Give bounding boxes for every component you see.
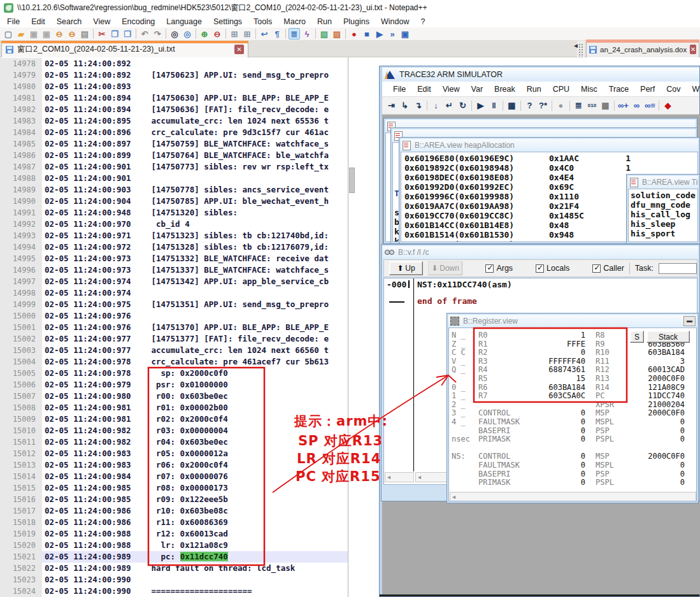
indent-guide-icon[interactable]: ≣ [289,28,300,40]
register-row[interactable]: BASEPRI0PSP0 [478,427,689,436]
register-row[interactable]: CONTROL0MSP2000C0F0 [478,452,689,461]
doc-switcher-icon[interactable]: ▨ [331,28,343,40]
frame-up-button[interactable]: ⬆ Up [389,261,423,275]
locals-checkbox[interactable]: Locals [536,264,569,273]
register-row[interactable]: R3FFFFFF40R113 [478,357,689,366]
redo-icon[interactable]: ↷ [152,28,163,40]
watch-icon[interactable]: ∞ [631,99,643,111]
register-row[interactable]: R6603BA184R14121A08C9 [478,384,689,392]
minimize-icon[interactable]: ▬ [683,316,696,326]
register-row[interactable]: PRIMASK0PSPL0 [478,478,689,487]
doc-map-icon[interactable]: ▧ [318,28,330,40]
area-item[interactable]: his_call_log [629,210,697,219]
heap-row[interactable]: 0x6019892C(0x60198948)0x4C01 [401,163,697,173]
args-checkbox[interactable]: Args [485,264,513,273]
trace32-menu-trace[interactable]: Trace [603,83,635,95]
save-icon[interactable]: ▣ [28,28,39,40]
register-row[interactable]: R20R10603BA184 [478,349,689,357]
print-icon[interactable]: ▤ [79,28,90,40]
macro-save-icon[interactable]: ▣ [399,28,411,40]
editor-scrollbar-strip[interactable] [348,57,380,597]
register-row[interactable]: FAULTMASK0MSPL0 [478,461,689,470]
register-row[interactable]: PRIMASK0PSPL0 [478,435,689,444]
register-row[interactable]: R515R132000C0F0 [478,375,689,384]
menu-language[interactable]: Language [161,17,208,27]
debug-devil-icon[interactable]: ◆ [662,99,674,111]
trace32-menu-window[interactable]: Window [686,83,700,95]
register-row[interactable]: R468874361R1260013CAD [478,366,689,375]
step-icon[interactable]: ⇥ [385,99,397,111]
dump-icon[interactable]: 010 [586,99,598,111]
caller-checkbox[interactable]: Caller [592,264,624,273]
stop-icon[interactable]: ● [555,99,567,111]
trace32-menu-perf[interactable]: Perf [634,83,661,95]
stack-button[interactable]: Stack [646,331,690,343]
function-list-icon[interactable]: ϟ [301,28,313,40]
area-item[interactable]: his_sport [629,229,697,238]
list-icon[interactable]: ≣ [573,99,585,111]
macro-run-multi-icon[interactable]: » [387,28,398,40]
paste-icon[interactable]: ❒ [122,28,133,40]
heap-row[interactable]: 0x60196E80(0x60196E9C)0x1AAC1 [401,154,697,163]
new-file-icon[interactable]: ▢ [3,28,14,40]
area-tim-window[interactable]: B::AREA.view Tim solution_codedfu_mng_co… [626,174,700,244]
register-row[interactable]: CONTROL0MSP2000C0F0 [478,409,689,418]
trace32-menu-var[interactable]: Var [466,83,489,95]
area-item[interactable]: his_sleep [629,219,697,229]
close-tab-icon[interactable]: ✕ [690,45,696,54]
cut-icon[interactable]: ✂ [96,28,108,40]
vf-window-titlebar[interactable]: B::v.f /l /c [383,246,698,259]
go-down-icon[interactable]: ↓ [430,99,442,111]
frame-down-button[interactable]: ⬇ Down [428,261,463,275]
trace32-menu-cov[interactable]: Cov [661,83,686,95]
menu-tools[interactable]: Tools [248,17,278,27]
register-row[interactable]: BASEPRI0PSP0 [478,470,689,479]
trace32-menu-view[interactable]: View [437,83,466,95]
trace32-menu-misc[interactable]: Misc [575,83,603,95]
trace32-menu-file[interactable]: File [387,83,411,95]
find-icon[interactable]: ◎ [169,28,180,40]
menu-help[interactable]: ? [415,17,431,27]
menu-view[interactable]: View [87,17,116,27]
area-item[interactable]: solution_code [629,191,697,200]
register-row[interactable] [478,444,689,453]
sync-scroll-v-icon[interactable]: ⊞ [229,28,240,40]
register-row[interactable]: FAULTMASK0MSPL0 [478,418,689,427]
menu-plugins[interactable]: Plugins [338,17,375,27]
menu-run[interactable]: Run [311,17,338,27]
mode-icon[interactable]: ▦ [506,99,518,111]
register-window[interactable]: B::Register.view ▬ N _Z _C CV _Q _0 _1 _… [446,313,699,503]
register-row[interactable]: XPSR21000204 [478,401,689,410]
step-over-icon[interactable]: ↳ [399,99,411,111]
s-button[interactable]: S [630,331,644,343]
go-return-icon[interactable]: ↵ [443,99,455,111]
menu-edit[interactable]: Edit [25,17,51,27]
step-diverge-icon[interactable]: ↴ [412,99,424,111]
trace32-titlebar[interactable]: TRACE32 ARM SIMULATOR [382,68,699,82]
replace-icon[interactable]: ◎ [182,28,193,40]
tim-window-titlebar[interactable]: B::AREA.view Tim [628,176,698,189]
area-item[interactable]: dfu_mng_code [629,200,697,210]
zoom-out-icon[interactable]: ⊖ [211,28,223,40]
scrollbar-thumb[interactable] [349,168,355,193]
watch-list-icon[interactable]: ∞≡ [644,99,656,111]
copy-icon[interactable]: ❐ [109,28,120,40]
save-all-icon[interactable]: ▣ [41,28,52,40]
task-input[interactable] [659,263,697,274]
show-symbols-icon[interactable]: ¶ [271,28,283,40]
register-row[interactable]: R7603C5A0CPC11DCC740 [478,392,689,401]
register-window-titlebar[interactable]: B::Register.view ▬ [448,315,697,327]
menu-macro[interactable]: Macro [278,17,311,27]
go-up-icon[interactable]: ↻ [457,99,469,111]
context-help-icon[interactable]: ?* [537,99,549,111]
break-pause-icon[interactable]: ‖ [488,99,500,111]
macro-record-icon[interactable]: ● [348,28,360,40]
macro-play-icon[interactable]: ▶ [374,28,385,40]
heap-window-titlebar[interactable]: B::AREA.view heapAllocation [401,139,698,152]
tab-crash-analysis-doc[interactable]: an_24_crash_analysis.dox ✕ [586,41,699,57]
open-folder-icon[interactable]: ▰ [15,28,27,40]
trace32-menu-run[interactable]: Run [521,83,547,95]
undo-icon[interactable]: ↶ [139,28,150,40]
go-icon[interactable]: ▶ [475,99,487,111]
watch-add-icon[interactable]: ∞+ [617,99,629,111]
